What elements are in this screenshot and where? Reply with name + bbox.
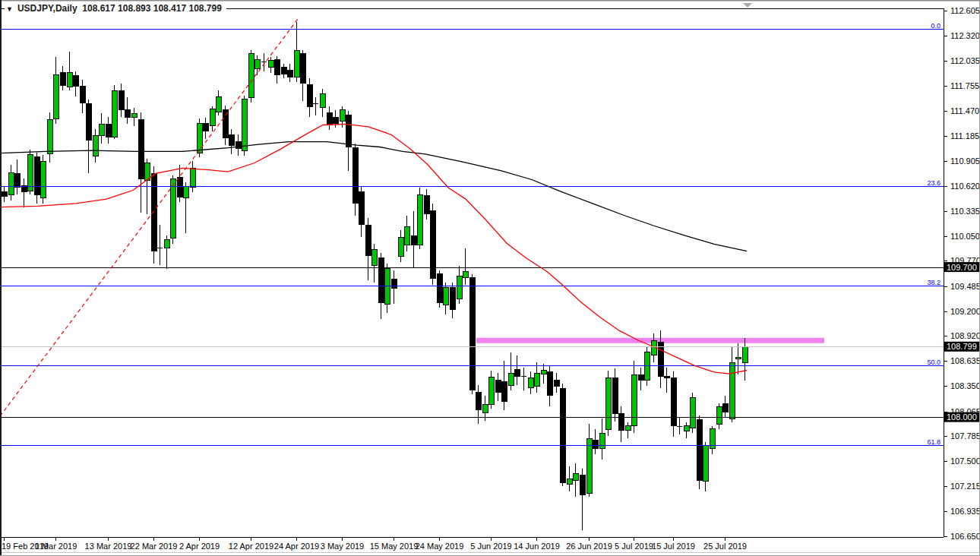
candle: [112, 85, 117, 139]
candlestick-chart[interactable]: 0.023.638.250.061.8112.605112.320112.035…: [0, 0, 980, 556]
date-tick-label: 1 Mar 2019: [35, 542, 77, 551]
price-tick-label: 106.935: [950, 507, 980, 516]
date-tick-label: 15 Jul 2019: [652, 542, 695, 551]
price-tick-label: 108.350: [950, 381, 980, 390]
candle: [197, 118, 202, 157]
price-tick-label: 112.605: [950, 6, 980, 15]
price-tick-label: 109.485: [950, 282, 980, 291]
date-tick-label: 12 Apr 2019: [229, 542, 273, 551]
chart-background: [0, 0, 980, 556]
candle: [242, 96, 247, 156]
price-tick-label: 108.635: [950, 356, 980, 365]
candle: [697, 415, 702, 490]
candle: [690, 393, 695, 433]
date-tick-label: 24 May 2019: [416, 542, 464, 551]
candle: [560, 384, 565, 486]
candle: [644, 346, 650, 386]
price-tick-label: 111.185: [950, 131, 979, 141]
date-tick-label: 22 Mar 2019: [131, 542, 178, 551]
fib-level-label: 0.0: [931, 22, 940, 30]
fib-level-label: 50.0: [927, 359, 940, 366]
candle: [437, 270, 442, 308]
ohlc-close: 108.799: [189, 3, 222, 14]
date-tick-label: 14 Jun 2019: [514, 542, 560, 551]
price-highlight-label: 108.799: [947, 342, 977, 351]
candle: [248, 50, 254, 103]
symbol-dropdown-icon[interactable]: ▼: [6, 5, 13, 13]
date-tick-label: 15 May 2019: [370, 542, 419, 551]
price-highlight-label: 108.000: [947, 412, 977, 422]
price-tick-label: 110.620: [950, 182, 980, 191]
price-tick-label: 107.215: [950, 482, 980, 491]
date-tick-label: 3 May 2019: [321, 542, 364, 551]
symbol-timeframe-label: USDJPY,Daily: [17, 3, 77, 14]
candle: [430, 204, 435, 285]
price-tick-label: 107.785: [950, 431, 980, 441]
chart-window: ▼USDJPY,Daily 108.617 108.893 108.417 10…: [0, 0, 980, 556]
chart-title-bar: ▼USDJPY,Daily 108.617 108.893 108.417 10…: [5, 2, 226, 14]
price-tick-label: 111.470: [950, 106, 979, 115]
date-tick-label: 5 Jun 2019: [470, 542, 511, 551]
price-tick-label: 112.035: [950, 56, 980, 65]
price-tick-label: 110.335: [950, 207, 980, 216]
candle: [417, 188, 422, 249]
price-band[interactable]: [476, 338, 824, 343]
date-tick-label: 26 Jun 2019: [566, 542, 612, 551]
date-tick-label: 2 Apr 2019: [179, 542, 220, 551]
ohlc-high: 108.893: [118, 3, 150, 14]
price-tick-label: 110.905: [950, 156, 980, 166]
ohlc-low: 108.417: [153, 3, 186, 14]
candle: [151, 166, 156, 264]
candle: [469, 274, 475, 394]
candle: [605, 371, 611, 436]
candle: [27, 150, 33, 194]
price-tick-label: 110.050: [950, 232, 980, 241]
candle: [40, 155, 46, 204]
fib-level-label: 61.8: [927, 438, 940, 446]
ohlc-open: 108.617: [82, 3, 115, 14]
date-tick-label: 13 Mar 2019: [85, 542, 132, 551]
price-tick-label: 111.755: [950, 81, 979, 90]
fib-level-label: 38.2: [927, 279, 940, 286]
price-tick-label: 108.920: [950, 331, 980, 340]
price-highlight-label: 109.700: [947, 263, 977, 272]
price-tick-label: 107.500: [950, 456, 980, 466]
price-tick-label: 112.320: [950, 31, 980, 40]
fib-level-label: 23.6: [927, 179, 940, 187]
date-tick-label: 24 Apr 2019: [274, 542, 319, 551]
date-tick-label: 25 Jul 2019: [703, 542, 747, 551]
date-tick-label: 5 Jul 2019: [615, 542, 653, 551]
price-tick-label: 106.650: [950, 532, 980, 541]
price-tick-label: 109.200: [950, 307, 980, 316]
